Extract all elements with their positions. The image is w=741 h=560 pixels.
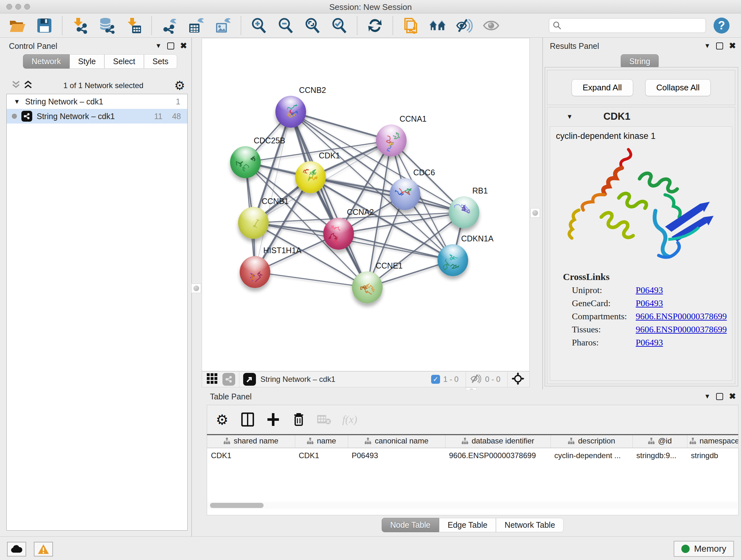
show-columns-icon[interactable] bbox=[240, 412, 255, 427]
search-input[interactable] bbox=[561, 21, 695, 30]
table-cell[interactable]: cyclin-dependent ... bbox=[550, 448, 632, 462]
network-node-cdkn1a[interactable] bbox=[437, 244, 468, 276]
birdseye-grid-icon[interactable] bbox=[206, 373, 218, 386]
table-panel-float-icon[interactable] bbox=[716, 393, 723, 400]
column-header-canonical-name[interactable]: canonical name bbox=[348, 435, 445, 448]
table-cell[interactable]: P06493 bbox=[348, 448, 445, 462]
crosslink-link[interactable]: P06493 bbox=[636, 298, 663, 308]
tab-node-table[interactable]: Node Table bbox=[382, 518, 439, 532]
expand-all-icon[interactable] bbox=[23, 80, 32, 91]
import-table-icon[interactable] bbox=[125, 17, 142, 34]
zoom-fit-icon[interactable] bbox=[304, 17, 321, 34]
table-horizontal-scrollbar[interactable] bbox=[207, 502, 737, 509]
warning-status-button[interactable] bbox=[34, 542, 53, 557]
table-row[interactable]: CDK1CDK1P064939606.ENSP00000378699cyclin… bbox=[207, 448, 738, 462]
control-panel-collapse-icon[interactable]: ▼ bbox=[155, 42, 161, 50]
export-image-icon[interactable] bbox=[214, 17, 232, 34]
crosslink-link[interactable]: 9606.ENSP00000378699 bbox=[636, 311, 727, 321]
hide-selected-icon[interactable] bbox=[456, 17, 473, 34]
expand-all-button[interactable]: Expand All bbox=[571, 79, 633, 96]
first-neighbors-icon[interactable] bbox=[429, 17, 446, 34]
network-edge[interactable] bbox=[339, 234, 453, 260]
table-panel-collapse-icon[interactable]: ▼ bbox=[704, 393, 711, 400]
collapse-all-button[interactable]: Collapse All bbox=[645, 79, 711, 96]
duplicate-network-icon[interactable] bbox=[402, 17, 419, 34]
column-header-shared-name[interactable]: shared name bbox=[207, 435, 295, 448]
delete-column-icon[interactable] bbox=[291, 412, 306, 427]
collection-expand-icon[interactable]: ▼ bbox=[14, 98, 20, 105]
selected-checkbox-icon[interactable]: ✓ bbox=[431, 375, 440, 384]
help-button[interactable]: ? bbox=[714, 17, 730, 34]
crosslink-link[interactable]: 9606.ENSP00000378699 bbox=[636, 324, 727, 334]
export-table-icon[interactable] bbox=[188, 17, 205, 34]
tab-network-table[interactable]: Network Table bbox=[496, 518, 563, 532]
table-cell[interactable]: 9606.ENSP00000378699 bbox=[445, 448, 550, 462]
left-splitter-handle[interactable] bbox=[192, 284, 201, 293]
cloud-status-button[interactable] bbox=[7, 542, 26, 557]
network-canvas[interactable]: CCNB2CCNA1CDC25BCDK1CDC6RB1CCNB1CCNA2CDK… bbox=[202, 38, 530, 371]
results-panel-close-icon[interactable]: ✖ bbox=[729, 41, 736, 51]
control-panel: Control Panel ▼ ✖ NetworkStyleSelectSets… bbox=[0, 38, 192, 537]
table-cell[interactable]: stringdb:9... bbox=[632, 448, 687, 462]
network-node-ccnb1[interactable] bbox=[238, 207, 269, 239]
show-all-icon[interactable] bbox=[482, 17, 500, 34]
column-header-description[interactable]: description bbox=[550, 435, 632, 448]
results-panel-tab-string[interactable]: String bbox=[621, 54, 659, 69]
network-node-cdk1[interactable] bbox=[295, 161, 326, 193]
zoom-out-icon[interactable] bbox=[277, 17, 294, 34]
column-header-name[interactable]: name bbox=[295, 435, 348, 448]
search-box[interactable] bbox=[549, 18, 706, 33]
table-cell[interactable]: CDK1 bbox=[295, 448, 348, 462]
tab-edge-table[interactable]: Edge Table bbox=[439, 518, 496, 532]
open-in-window-icon[interactable] bbox=[243, 373, 256, 386]
delete-table-icon bbox=[317, 412, 332, 427]
network-edge[interactable] bbox=[255, 272, 367, 287]
network-options-gear-icon[interactable]: ⚙ bbox=[174, 78, 185, 92]
network-row[interactable]: String Network – cdk1 11 48 bbox=[7, 109, 187, 124]
network-node-cdc6[interactable] bbox=[390, 178, 420, 210]
crosslink-link[interactable]: P06493 bbox=[636, 337, 663, 348]
network-node-ccnb2[interactable] bbox=[275, 96, 306, 128]
network-node-hist1h1a[interactable] bbox=[240, 256, 270, 288]
network-node-ccna1[interactable] bbox=[376, 125, 407, 157]
export-network-icon[interactable] bbox=[161, 17, 178, 34]
network-edge[interactable] bbox=[311, 177, 464, 212]
table-cell[interactable]: stringdb bbox=[687, 448, 738, 462]
results-panel-collapse-icon[interactable]: ▼ bbox=[704, 42, 711, 50]
control-panel-tab-network[interactable]: Network bbox=[23, 54, 70, 69]
scrollbar-thumb[interactable] bbox=[210, 503, 264, 508]
network-node-rb1[interactable] bbox=[449, 196, 479, 228]
control-panel-tab-select[interactable]: Select bbox=[105, 54, 144, 69]
right-splitter-handle[interactable] bbox=[530, 208, 540, 218]
control-panel-tab-sets[interactable]: Sets bbox=[144, 54, 177, 69]
column-header--id[interactable]: @id bbox=[632, 435, 687, 448]
refresh-icon[interactable] bbox=[366, 17, 384, 34]
open-session-icon[interactable] bbox=[9, 17, 26, 34]
control-panel-close-icon[interactable]: ✖ bbox=[180, 41, 187, 51]
import-network-icon[interactable] bbox=[71, 17, 89, 34]
add-column-icon[interactable] bbox=[266, 412, 280, 427]
collapse-all-icon[interactable] bbox=[11, 80, 20, 91]
save-session-icon[interactable] bbox=[36, 17, 53, 34]
network-node-cdc25b[interactable] bbox=[230, 146, 261, 178]
fit-crosshair-icon[interactable] bbox=[512, 372, 524, 386]
network-edge[interactable] bbox=[291, 112, 464, 212]
memory-button[interactable]: Memory bbox=[674, 541, 734, 557]
table-cell[interactable]: CDK1 bbox=[207, 448, 295, 462]
network-collection-row[interactable]: ▼ String Network – cdk1 1 bbox=[7, 94, 187, 109]
control-panel-tab-style[interactable]: Style bbox=[70, 54, 105, 69]
network-node-ccna2[interactable] bbox=[323, 218, 354, 250]
zoom-selected-icon[interactable] bbox=[331, 17, 348, 34]
entry-collapse-icon[interactable]: ▼ bbox=[566, 113, 573, 120]
import-network-database-icon[interactable] bbox=[98, 17, 116, 34]
table-panel-close-icon[interactable]: ✖ bbox=[729, 391, 736, 401]
results-panel-float-icon[interactable] bbox=[716, 43, 723, 50]
zoom-in-icon[interactable] bbox=[250, 17, 267, 34]
crosslink-link[interactable]: P06493 bbox=[636, 285, 663, 295]
table-settings-gear-icon[interactable]: ⚙ bbox=[215, 412, 229, 427]
network-edge[interactable] bbox=[291, 112, 367, 287]
control-panel-float-icon[interactable] bbox=[167, 43, 174, 50]
column-header-database-identifier[interactable]: database identifier bbox=[445, 435, 550, 448]
network-node-ccne1[interactable] bbox=[352, 271, 383, 303]
column-header-namespace[interactable]: namespace bbox=[687, 435, 738, 448]
